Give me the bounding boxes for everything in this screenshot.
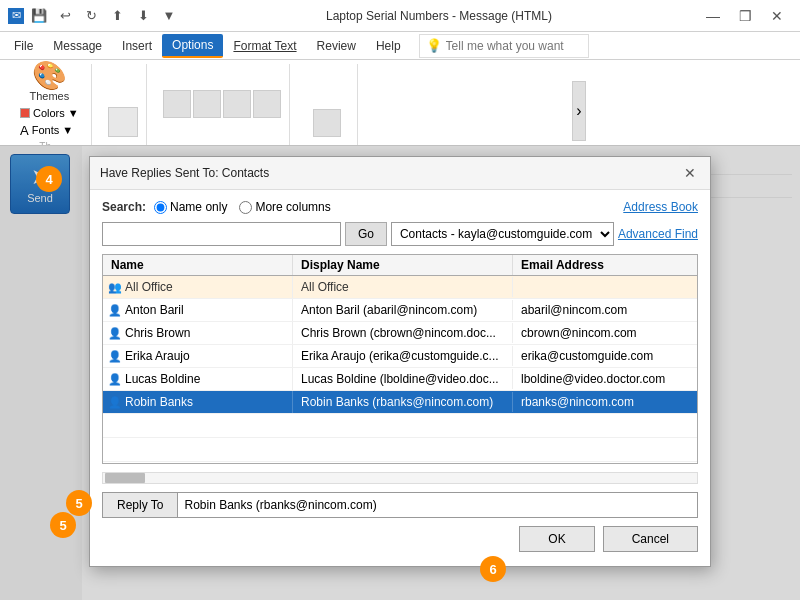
header-display: Display Name	[293, 255, 513, 275]
ok-button[interactable]: OK	[519, 526, 594, 552]
dialog-title: Have Replies Sent To: Contacts	[100, 166, 269, 180]
contact-row-anton[interactable]: 👤 Anton Baril Anton Baril (abaril@nincom…	[103, 299, 697, 322]
save-button[interactable]: 💾	[28, 5, 50, 27]
cancel-button[interactable]: Cancel	[603, 526, 698, 552]
colors-button[interactable]: Colors ▼	[16, 106, 83, 120]
search-input-row: Go Contacts - kayla@customguide.com Adva…	[102, 222, 698, 246]
header-name: Name	[103, 255, 293, 275]
ribbon-icon-2	[163, 90, 191, 118]
minimize-button[interactable]: —	[698, 6, 728, 26]
contact-name-anton: 👤 Anton Baril	[103, 299, 293, 321]
advanced-find-link[interactable]: Advanced Find	[618, 227, 698, 241]
reply-to-row: Reply To	[102, 492, 698, 518]
contact-email-robin: rbanks@nincom.com	[513, 392, 697, 412]
themes-section: 🎨 Themes Colors ▼ A Fonts ▼ Th...	[8, 64, 92, 145]
person-icon-anton: 👤	[107, 302, 123, 318]
menu-help[interactable]: Help	[366, 35, 411, 57]
contact-display-lucas: Lucas Boldine (lboldine@video.doc...	[293, 369, 513, 389]
themes-button[interactable]: 🎨 Themes	[23, 60, 75, 106]
contact-name-lucas: 👤 Lucas Boldine	[103, 368, 293, 390]
menu-format-text[interactable]: Format Text	[223, 35, 306, 57]
main-area: 4 ➤ Send Fr... To Hello Ever We need t	[0, 146, 800, 600]
contact-display-anton: Anton Baril (abaril@nincom.com)	[293, 300, 513, 320]
ribbon-section-5: ›	[366, 64, 792, 145]
dialog-close-button[interactable]: ✕	[680, 163, 700, 183]
radio-name-only[interactable]: Name only	[154, 200, 227, 214]
contact-display-robin: Robin Banks (rbanks@nincom.com)	[293, 392, 513, 412]
window-title: Laptop Serial Numbers - Message (HTML)	[180, 9, 698, 23]
header-email: Email Address	[513, 255, 697, 275]
down-button[interactable]: ⬇	[132, 5, 154, 27]
badge-6: 6	[480, 556, 506, 582]
contact-row-lucas[interactable]: 👤 Lucas Boldine Lucas Boldine (lboldine@…	[103, 368, 697, 391]
contact-row-erika[interactable]: 👤 Erika Araujo Erika Araujo (erika@custo…	[103, 345, 697, 368]
radio-more-columns-label: More columns	[255, 200, 330, 214]
fonts-button[interactable]: A Fonts ▼	[16, 122, 83, 139]
group-icon: 👥	[107, 279, 123, 295]
contact-list-container[interactable]: Name Display Name Email Address 👥 All Of…	[102, 254, 698, 464]
undo-button[interactable]: ↩	[54, 5, 76, 27]
menu-options[interactable]: Options	[162, 34, 223, 58]
ribbon-scroll-right[interactable]: ›	[572, 81, 586, 141]
dropdown-button[interactable]: ▼	[158, 5, 180, 27]
menu-bar: File Message Insert Options Format Text …	[0, 32, 800, 60]
radio-more-columns-input[interactable]	[239, 201, 252, 214]
contact-display-erika: Erika Araujo (erika@customguide.c...	[293, 346, 513, 366]
ribbon-section-3	[155, 64, 290, 145]
up-button[interactable]: ⬆	[106, 5, 128, 27]
contact-email-erika: erika@customguide.com	[513, 346, 697, 366]
contact-row-all-office[interactable]: 👥 All Office All Office	[103, 276, 697, 299]
search-text-input[interactable]	[102, 222, 341, 246]
contact-row-chris[interactable]: 👤 Chris Brown Chris Brown (cbrown@nincom…	[103, 322, 697, 345]
dialog-body: Search: Name only More columns Address B…	[90, 190, 710, 566]
radio-more-columns[interactable]: More columns	[239, 200, 330, 214]
redo-button[interactable]: ↻	[80, 5, 102, 27]
colors-label: Colors ▼	[33, 107, 79, 119]
contact-row-empty-1	[103, 414, 697, 438]
radio-name-only-input[interactable]	[154, 201, 167, 214]
person-icon-lucas: 👤	[107, 371, 123, 387]
contact-row-robin[interactable]: 👤 Robin Banks Robin Banks (rbanks@nincom…	[103, 391, 697, 414]
horizontal-scrollbar[interactable]	[102, 472, 698, 484]
menu-insert[interactable]: Insert	[112, 35, 162, 57]
ribbon: 🎨 Themes Colors ▼ A Fonts ▼ Th... ›	[0, 60, 800, 146]
close-button[interactable]: ✕	[762, 6, 792, 26]
contact-email-all-office	[513, 284, 697, 290]
menu-review[interactable]: Review	[307, 35, 366, 57]
person-icon-erika: 👤	[107, 348, 123, 364]
tell-me-text[interactable]	[446, 39, 566, 53]
themes-label: Themes	[29, 90, 69, 102]
ribbon-icon-3	[193, 90, 221, 118]
fonts-label: Fonts ▼	[32, 124, 73, 136]
address-book-link[interactable]: Address Book	[623, 200, 698, 214]
reply-to-button[interactable]: Reply To	[102, 492, 178, 518]
quick-access-toolbar: ✉ 💾 ↩ ↻ ⬆ ⬇ ▼	[8, 5, 180, 27]
search-label: Search:	[102, 200, 146, 214]
person-icon-robin: 👤	[107, 394, 123, 410]
restore-button[interactable]: ❒	[730, 6, 760, 26]
reply-to-input[interactable]	[178, 492, 698, 518]
dialog-footer: OK Cancel	[102, 526, 698, 556]
ribbon-section-2	[100, 64, 147, 145]
contact-display-all-office: All Office	[293, 277, 513, 297]
contact-list-header: Name Display Name Email Address	[103, 255, 697, 276]
menu-message[interactable]: Message	[43, 35, 112, 57]
contact-name-all-office: 👥 All Office	[103, 276, 293, 298]
contact-email-anton: abaril@nincom.com	[513, 300, 697, 320]
radio-name-only-label: Name only	[170, 200, 227, 214]
title-bar: ✉ 💾 ↩ ↻ ⬆ ⬇ ▼ Laptop Serial Numbers - Me…	[0, 0, 800, 32]
person-icon-chris: 👤	[107, 325, 123, 341]
go-button[interactable]: Go	[345, 222, 387, 246]
contact-email-chris: cbrown@nincom.com	[513, 323, 697, 343]
menu-file[interactable]: File	[4, 35, 43, 57]
badge-5: 5	[50, 512, 76, 538]
reply-to-section: 5 Reply To	[102, 492, 698, 518]
ribbon-icon-6	[313, 109, 341, 137]
contact-display-chris: Chris Brown (cbrown@nincom.doc...	[293, 323, 513, 343]
app-icon: ✉	[8, 8, 24, 24]
contact-row-empty-3	[103, 462, 697, 464]
dialog-overlay: 5 Have Replies Sent To: Contacts ✕ Searc…	[0, 146, 800, 600]
tell-me-input[interactable]: 💡	[419, 34, 589, 58]
contact-name-chris: 👤 Chris Brown	[103, 322, 293, 344]
address-book-dropdown[interactable]: Contacts - kayla@customguide.com	[391, 222, 614, 246]
